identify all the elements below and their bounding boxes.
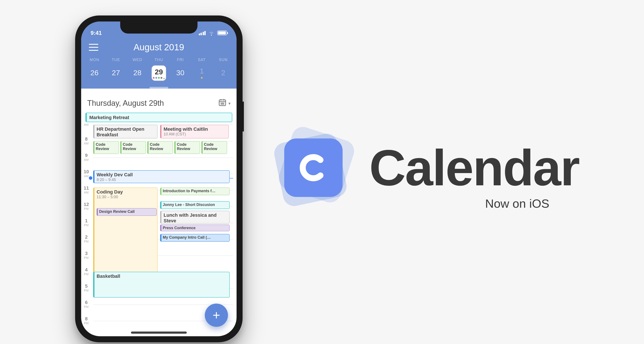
event-intro[interactable]: Introduction to Payments f… — [160, 188, 230, 195]
chevron-down-icon: ▾ — [228, 101, 230, 106]
event-hr[interactable]: HR Department Open Breakfast — [93, 125, 158, 138]
hour-label: 9AM — [81, 153, 92, 162]
hour-label: 8AM — [81, 137, 92, 145]
weekday-label: SAT — [191, 58, 212, 62]
drag-handle[interactable] — [150, 87, 168, 89]
menu-button[interactable] — [89, 44, 98, 51]
date-heading: Thursday, August 29th — [87, 99, 218, 108]
brand-lockup: Calendar — [275, 129, 579, 206]
event-cr1[interactable]: Code Review — [93, 141, 119, 154]
weekday-row: MONTUEWEDTHUFRISATSUN — [81, 54, 236, 63]
event-cr4[interactable]: Code Review — [174, 141, 200, 154]
phone-screen: 9:41 August 2019 MONTUEWEDTHUFRISATSUN — [81, 22, 236, 336]
hour-label: 6PM — [81, 300, 92, 309]
add-event-button[interactable]: + — [205, 304, 228, 327]
month-title[interactable]: August 2019 — [98, 42, 220, 53]
plus-icon: + — [212, 308, 220, 322]
notch — [120, 22, 198, 34]
home-indicator[interactable] — [131, 331, 187, 334]
event-cr2[interactable]: Code Review — [120, 141, 146, 154]
weekday-label: FRI — [170, 58, 191, 62]
event-jonny[interactable]: Jonny Lee - Short Discusion — [160, 201, 230, 209]
now-indicator — [89, 176, 92, 180]
event-coding[interactable]: Coding Day11:30 – 5:00 — [93, 188, 158, 285]
day-cell[interactable]: 30 — [170, 67, 191, 79]
weekday-label: TUE — [105, 58, 127, 62]
calendar-view-icon — [218, 98, 227, 108]
wordmark: Calendar — [369, 138, 579, 197]
weekday-label: WED — [127, 58, 148, 62]
hour-label: 4PM — [81, 267, 92, 276]
day-cell[interactable]: 2 — [212, 67, 234, 79]
day-cell[interactable]: 28 — [127, 67, 148, 79]
event-bball[interactable]: Basketball — [93, 272, 230, 298]
hour-label: 11AM — [81, 186, 92, 194]
event-lunch[interactable]: Lunch with Jessica and Steve — [160, 211, 230, 224]
weekday-label: MON — [84, 58, 105, 62]
status-time: 9:41 — [90, 30, 102, 36]
event-press[interactable]: Press Conference — [160, 225, 230, 231]
hour-label: 2PM — [81, 235, 92, 243]
hour-label: AM — [81, 123, 92, 127]
date-row: 26272829+3012 — [81, 63, 236, 87]
day-cell[interactable]: 1 — [191, 65, 212, 81]
day-cell[interactable]: 27 — [105, 67, 127, 79]
tagline: Now on iOS — [485, 197, 549, 211]
day-cell[interactable]: 29+ — [148, 64, 170, 83]
weekday-label: SUN — [212, 58, 234, 62]
weekday-label: THU — [148, 58, 170, 62]
battery-icon — [217, 30, 227, 35]
event-caitlin[interactable]: Meeting with Caitlin10 AM (CST) — [160, 125, 229, 138]
hour-label: 5PM — [81, 284, 92, 292]
event-cr3[interactable]: Code Review — [147, 141, 173, 154]
hour-label: 8PM — [81, 316, 92, 325]
event-dev[interactable]: Weekly Dev Call8:20 – 9:45 — [93, 170, 230, 183]
hour-label: 3PM — [81, 251, 92, 260]
cellular-bars-icon — [198, 30, 206, 35]
app-logo — [275, 129, 352, 206]
event-company[interactable]: My Company Intro Call (… — [160, 234, 230, 242]
wifi-icon — [208, 30, 215, 35]
event-cr5[interactable]: Code Review — [201, 141, 227, 154]
hour-label: 12PM — [81, 202, 92, 211]
allday-event[interactable]: Marketing Retreat — [86, 113, 232, 122]
hour-label: 1PM — [81, 218, 92, 227]
view-switcher[interactable]: ▾ — [218, 98, 230, 108]
event-design[interactable]: Design Review Call — [96, 208, 157, 216]
day-cell[interactable]: 26 — [84, 67, 105, 79]
letter-c-icon — [296, 150, 331, 185]
phone-frame: 9:41 August 2019 MONTUEWEDTHUFRISATSUN — [75, 16, 242, 342]
